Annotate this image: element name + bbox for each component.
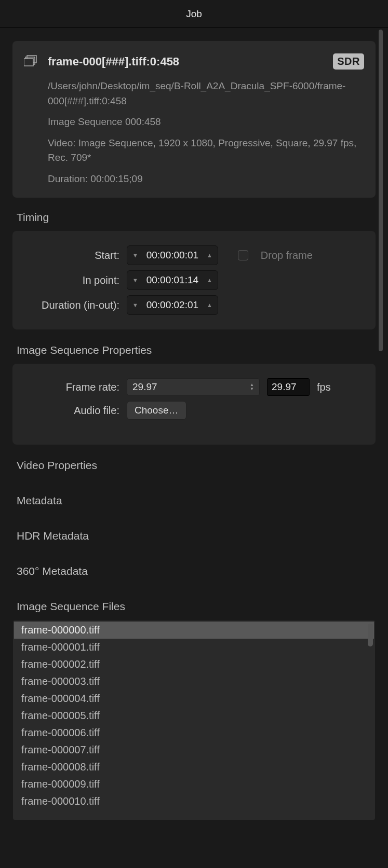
job-sequence: Image Sequence 000:458 [48, 115, 364, 130]
section-360-metadata-header[interactable]: 360° Metadata [17, 565, 376, 577]
file-item[interactable]: frame-000000.tiff [14, 622, 374, 639]
section-video-properties-header[interactable]: Video Properties [17, 459, 376, 472]
job-info-card: frame-000[###].tiff:0:458 SDR /Users/joh… [12, 41, 376, 198]
image-sequence-files-list[interactable]: frame-000000.tiffframe-000001.tiffframe-… [12, 620, 376, 820]
job-path: /Users/john/Desktop/im_seq/B-Roll_A2A_Dr… [48, 79, 364, 108]
panel-scrollbar-thumb[interactable] [379, 30, 383, 351]
duration-stepper[interactable]: ▼ 00:00:02:01 ▲ [127, 295, 218, 315]
file-item[interactable]: frame-000007.tiff [14, 741, 374, 759]
in-point-stepper[interactable]: ▼ 00:00:01:14 ▲ [127, 270, 218, 290]
choose-audio-button[interactable]: Choose… [127, 401, 186, 420]
section-image-sequence-files-header: Image Sequence Files [17, 600, 376, 613]
frame-rate-label: Frame rate: [24, 381, 119, 393]
chevron-up-icon[interactable]: ▲ [207, 252, 212, 258]
timing-panel: Start: ▼ 00:00:00:01 ▲ Drop frame In poi… [12, 231, 376, 329]
section-image-sequence-properties-header: Image Sequence Properties [17, 344, 376, 356]
section-hdr-metadata-header[interactable]: HDR Metadata [17, 530, 376, 542]
file-item[interactable]: frame-000009.tiff [14, 776, 374, 793]
chevron-up-icon[interactable]: ▲ [207, 302, 212, 308]
audio-file-label: Audio file: [24, 405, 119, 417]
file-item[interactable]: frame-000005.tiff [14, 707, 374, 724]
start-value[interactable]: 00:00:00:01 [143, 250, 202, 261]
duration-label: Duration (in-out): [24, 299, 119, 311]
file-item[interactable]: frame-000002.tiff [14, 656, 374, 673]
start-label: Start: [24, 250, 119, 261]
section-timing-header: Timing [17, 211, 376, 224]
file-item[interactable]: frame-000008.tiff [14, 759, 374, 776]
sdr-badge: SDR [333, 53, 364, 70]
panel-scrollbar-track[interactable] [379, 30, 383, 855]
window-title: Job [0, 0, 388, 27]
in-point-label: In point: [24, 274, 119, 286]
file-item[interactable]: frame-000010.tiff [14, 793, 374, 810]
image-sequence-properties-panel: Frame rate: 29.97 ▲▼ fps Audio file: Cho… [12, 364, 376, 445]
file-list-scrollbar-thumb[interactable] [368, 624, 373, 646]
job-duration: Duration: 00:00:15;09 [48, 172, 364, 187]
frame-rate-select-value: 29.97 [132, 381, 157, 393]
svg-rect-2 [24, 59, 33, 66]
chevron-down-icon[interactable]: ▼ [132, 252, 138, 258]
in-point-value[interactable]: 00:00:01:14 [143, 274, 202, 286]
drop-frame-label: Drop frame [261, 250, 313, 261]
chevron-down-icon[interactable]: ▼ [132, 277, 138, 283]
job-video-info: Video: Image Sequence, 1920 x 1080, Prog… [48, 136, 364, 166]
frame-rate-input[interactable] [267, 378, 310, 396]
duration-value[interactable]: 00:00:02:01 [143, 299, 202, 311]
frame-rate-select[interactable]: 29.97 ▲▼ [127, 378, 260, 396]
start-stepper[interactable]: ▼ 00:00:00:01 ▲ [127, 245, 218, 265]
file-item[interactable]: frame-000004.tiff [14, 690, 374, 707]
select-arrows-icon: ▲▼ [250, 383, 254, 391]
chevron-down-icon[interactable]: ▼ [132, 302, 138, 308]
file-item[interactable]: frame-000006.tiff [14, 724, 374, 741]
fps-unit: fps [317, 381, 331, 393]
file-item[interactable]: frame-000001.tiff [14, 639, 374, 656]
drop-frame-checkbox[interactable] [238, 250, 248, 260]
chevron-up-icon[interactable]: ▲ [207, 277, 212, 283]
file-item[interactable]: frame-000003.tiff [14, 673, 374, 690]
job-filename: frame-000[###].tiff:0:458 [48, 55, 179, 68]
image-sequence-icon [24, 54, 38, 68]
section-metadata-header[interactable]: Metadata [17, 494, 376, 507]
